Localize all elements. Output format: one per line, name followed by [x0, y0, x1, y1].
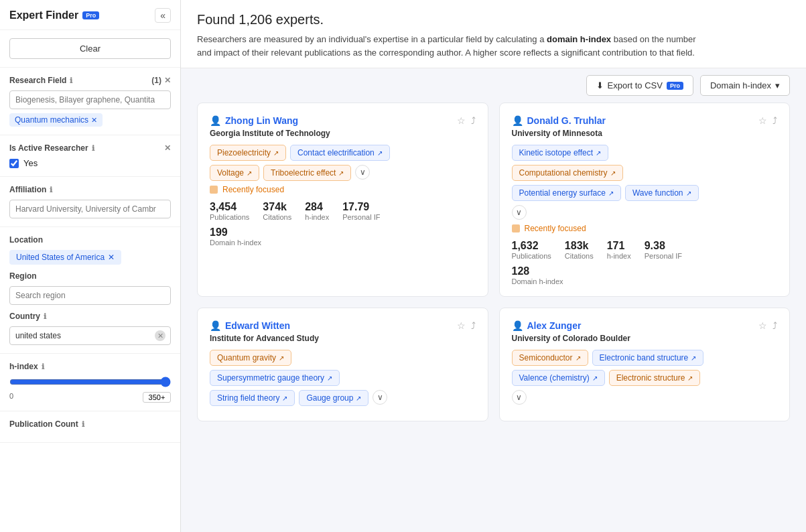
topic-triboelectric[interactable]: Triboelectric effect ↗ — [263, 165, 351, 181]
ext-icon: ↗ — [608, 190, 614, 197]
export-csv-button[interactable]: ⬇ Export to CSV Pro — [586, 75, 693, 96]
topic-kinetic-isotope[interactable]: Kinetic isotope effect ↗ — [512, 145, 609, 161]
stat-hindex-2: 171 h-index — [607, 240, 631, 260]
hindex-slider[interactable] — [9, 377, 171, 387]
research-field-clear-icon[interactable]: ✕ — [164, 76, 171, 85]
star-button-1[interactable]: ☆ — [457, 115, 466, 126]
card-header-3: 👤 Edward Witten ☆ ⤴ — [210, 320, 476, 331]
clear-section: Clear — [0, 30, 180, 68]
topic-potential-energy[interactable]: Potential energy surface ↗ — [512, 185, 621, 201]
location-label: Location — [9, 235, 171, 245]
topic-valence[interactable]: Valence (chemistry) ↗ — [512, 370, 605, 386]
download-icon: ⬇ — [596, 80, 604, 90]
country-label: Country ℹ — [9, 312, 171, 321]
publication-count-label: Publication Count ℹ — [9, 419, 171, 429]
topics-row-2b: Computational chemistry ↗ — [512, 165, 778, 181]
region-label: Region — [9, 271, 171, 281]
is-active-clear: ✕ — [164, 143, 171, 153]
publication-count-info-icon[interactable]: ℹ — [82, 420, 84, 429]
ext-icon: ↗ — [338, 170, 344, 177]
affiliation-section: Affiliation ℹ — [0, 177, 180, 227]
person-icon-2: 👤 — [512, 115, 523, 126]
affiliation-info-icon[interactable]: ℹ — [50, 186, 52, 194]
more-topics-button-3[interactable]: ∨ — [373, 390, 387, 405]
star-button-4[interactable]: ☆ — [758, 320, 767, 331]
experts-grid: 👤 Zhong Lin Wang ☆ ⤴ Georgia Institute o… — [181, 103, 806, 438]
card-actions-3: ☆ ⤴ — [457, 320, 476, 331]
is-active-info-icon[interactable]: ℹ — [92, 144, 94, 153]
research-field-section: Research Field ℹ (1) ✕ Quantum mechanics… — [0, 68, 180, 135]
is-active-label: Is Active Researcher ℹ ✕ — [9, 143, 171, 153]
share-button-1[interactable]: ⤴ — [471, 115, 476, 126]
ext-icon: ↗ — [610, 170, 616, 177]
card-actions-2: ☆ ⤴ — [758, 115, 777, 126]
hindex-label: h-index ℹ — [9, 362, 171, 371]
region-input[interactable] — [9, 286, 171, 305]
topics-row-3c: String field theory ↗ Gauge group ↗ ∨ — [210, 390, 476, 406]
research-field-input[interactable] — [9, 90, 171, 109]
toolbar: ⬇ Export to CSV Pro Domain h-index ▾ — [181, 68, 806, 103]
ext-icon: ↗ — [596, 149, 601, 157]
share-button-4[interactable]: ⤴ — [773, 320, 777, 331]
more-topics-button-1[interactable]: ∨ — [355, 165, 370, 180]
topic-contact-electrification[interactable]: Contact electrification ↗ — [290, 145, 390, 161]
country-info-icon[interactable]: ℹ — [44, 312, 46, 321]
topic-electronic-band[interactable]: Electronic band structure ↗ — [592, 350, 704, 366]
topic-piezoelectricity[interactable]: Piezoelectricity ↗ — [210, 145, 286, 161]
ext-icon: ↗ — [327, 375, 332, 382]
country-input[interactable] — [9, 326, 171, 345]
country-clear-icon[interactable]: ✕ — [155, 330, 165, 341]
card-actions-1: ☆ ⤴ — [457, 115, 476, 126]
research-field-count: (1) ✕ — [151, 76, 171, 85]
stat-citations-2: 183k Citations — [565, 240, 594, 260]
publication-count-section: Publication Count ℹ — [0, 411, 180, 443]
location-section: Location United States of America ✕ Regi… — [0, 227, 180, 354]
domain-hindex-2: 128 Domain h-index — [512, 265, 778, 285]
sort-button[interactable]: Domain h-index ▾ — [700, 75, 790, 96]
expert-card-zhong-lin-wang: 👤 Zhong Lin Wang ☆ ⤴ Georgia Institute o… — [197, 103, 488, 297]
sort-label: Domain h-index — [710, 80, 771, 90]
topic-computational-chem[interactable]: Computational chemistry ↗ — [512, 165, 623, 181]
star-button-2[interactable]: ☆ — [758, 115, 767, 126]
expert-card-edward-witten: 👤 Edward Witten ☆ ⤴ Institute for Advanc… — [197, 308, 488, 421]
topic-voltage[interactable]: Voltage ↗ — [210, 165, 259, 181]
expert-card-alex-zunger: 👤 Alex Zunger ☆ ⤴ University of Colorado… — [499, 308, 791, 421]
hindex-min-label: 0 — [9, 392, 13, 403]
topic-quantum-gravity[interactable]: Quantum gravity ↗ — [210, 350, 291, 366]
expert-name-alex[interactable]: 👤 Alex Zunger — [512, 320, 582, 331]
topics-row-3b: Supersymmetric gauge theory ↗ — [210, 370, 476, 386]
hindex-slider-labels: 0 — [9, 392, 171, 403]
more-topics-button-4[interactable]: ∨ — [512, 390, 527, 405]
sidebar-title-text: Expert Finder — [9, 9, 78, 21]
collapse-sidebar-button[interactable]: « — [155, 8, 171, 23]
topic-electronic-structure[interactable]: Electronic structure ↗ — [609, 370, 701, 386]
topic-gauge-group[interactable]: Gauge group ↗ — [299, 390, 368, 406]
topic-string-field[interactable]: String field theory ↗ — [210, 390, 295, 406]
hindex-info-icon[interactable]: ℹ — [42, 362, 44, 371]
topics-row-4: Semiconductor ↗ Electronic band structur… — [512, 350, 778, 366]
affiliation-input[interactable] — [9, 200, 171, 218]
share-button-2[interactable]: ⤴ — [773, 115, 777, 126]
ext-icon: ↗ — [273, 149, 279, 157]
hindex-max-input[interactable] — [143, 392, 171, 403]
ext-icon: ↗ — [356, 395, 361, 402]
share-button-3[interactable]: ⤴ — [471, 320, 476, 331]
ext-icon: ↗ — [377, 149, 383, 157]
is-active-clear-icon[interactable]: ✕ — [164, 143, 171, 153]
star-button-3[interactable]: ☆ — [457, 320, 466, 331]
topic-semiconductor[interactable]: Semiconductor ↗ — [512, 350, 588, 366]
location-tag-remove[interactable]: ✕ — [108, 253, 115, 262]
expert-name-edward[interactable]: 👤 Edward Witten — [210, 320, 290, 331]
clear-button[interactable]: Clear — [9, 38, 171, 59]
found-description: Researchers are measured by an individua… — [197, 33, 706, 60]
topics-row-1: Piezoelectricity ↗ Contact electrificati… — [210, 145, 476, 161]
expert-name-zhong[interactable]: 👤 Zhong Lin Wang — [210, 115, 298, 126]
topic-supersymmetric[interactable]: Supersymmetric gauge theory ↗ — [210, 370, 340, 386]
topic-wave-function[interactable]: Wave function ↗ — [625, 185, 699, 201]
ext-icon: ↗ — [576, 354, 581, 362]
quantum-mechanics-tag-remove[interactable]: ✕ — [91, 116, 97, 125]
research-field-info-icon[interactable]: ℹ — [70, 76, 72, 85]
expert-name-donald[interactable]: 👤 Donald G. Truhlar — [512, 115, 606, 126]
is-active-checkbox[interactable] — [9, 159, 19, 168]
more-topics-button-2[interactable]: ∨ — [512, 205, 527, 220]
